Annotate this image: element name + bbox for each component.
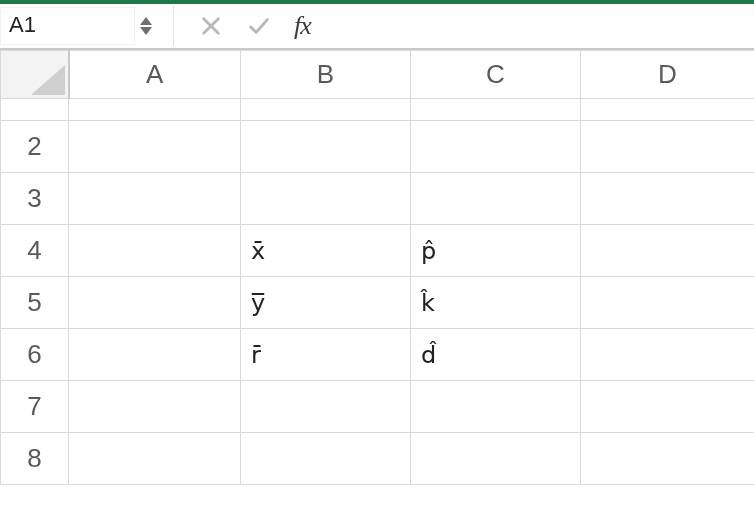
row-2: 2 (1, 121, 755, 173)
select-all-triangle-icon (31, 65, 65, 95)
cell-C7[interactable] (411, 381, 581, 433)
column-header-C[interactable]: C (411, 51, 581, 99)
name-box-step-down-icon[interactable] (140, 27, 152, 35)
cancel-icon[interactable] (198, 13, 224, 39)
row-8: 8 (1, 433, 755, 485)
cell-D5[interactable] (581, 277, 755, 329)
cell-B6[interactable]: r̄ (241, 329, 411, 381)
row-header-6[interactable]: 6 (1, 329, 69, 381)
cell-D1[interactable] (581, 99, 755, 121)
cell-C2[interactable] (411, 121, 581, 173)
column-header-B[interactable]: B (241, 51, 411, 99)
cell-D8[interactable] (581, 433, 755, 485)
cell-B2[interactable] (241, 121, 411, 173)
row-header-2[interactable]: 2 (1, 121, 69, 173)
row-header-8[interactable]: 8 (1, 433, 69, 485)
cell-A1[interactable] (69, 99, 241, 121)
cell-C8[interactable] (411, 433, 581, 485)
cell-A3[interactable] (69, 173, 241, 225)
spreadsheet-grid: A B C D 2 3 (0, 50, 754, 485)
cell-A7[interactable] (69, 381, 241, 433)
cell-B8[interactable] (241, 433, 411, 485)
accept-icon[interactable] (246, 13, 272, 39)
name-box-stepper (135, 17, 157, 35)
cell-C3[interactable] (411, 173, 581, 225)
formula-bar-buttons: fx (174, 11, 335, 41)
row-header-1[interactable] (1, 99, 69, 121)
formula-input[interactable] (341, 9, 754, 43)
cell-A2[interactable] (69, 121, 241, 173)
name-box-step-up-icon[interactable] (140, 17, 152, 25)
row-header-4[interactable]: 4 (1, 225, 69, 277)
cell-C1[interactable] (411, 99, 581, 121)
cell-C6[interactable]: d̂ (411, 329, 581, 381)
row-header-3[interactable]: 3 (1, 173, 69, 225)
name-box-wrap: A1 (0, 6, 174, 46)
column-header-A[interactable]: A (69, 51, 241, 99)
cell-D4[interactable] (581, 225, 755, 277)
cell-C5[interactable]: k̂ (411, 277, 581, 329)
fx-icon[interactable]: fx (294, 11, 311, 41)
cell-A6[interactable] (69, 329, 241, 381)
cell-B5[interactable]: y̅ (241, 277, 411, 329)
cell-D3[interactable] (581, 173, 755, 225)
row-5: 5 y̅ k̂ (1, 277, 755, 329)
row-6: 6 r̄ d̂ (1, 329, 755, 381)
row-header-5[interactable]: 5 (1, 277, 69, 329)
cell-D2[interactable] (581, 121, 755, 173)
formula-bar: A1 fx (0, 4, 754, 50)
cell-B4[interactable]: x̄ (241, 225, 411, 277)
cell-B7[interactable] (241, 381, 411, 433)
row-1 (1, 99, 755, 121)
cell-A5[interactable] (69, 277, 241, 329)
cell-A8[interactable] (69, 433, 241, 485)
row-3: 3 (1, 173, 755, 225)
row-4: 4 x̄ p̂ (1, 225, 755, 277)
cell-D7[interactable] (581, 381, 755, 433)
cell-A4[interactable] (69, 225, 241, 277)
cell-C4[interactable]: p̂ (411, 225, 581, 277)
row-7: 7 (1, 381, 755, 433)
name-box[interactable]: A1 (0, 7, 135, 45)
column-header-D[interactable]: D (581, 51, 755, 99)
cell-D6[interactable] (581, 329, 755, 381)
row-header-7[interactable]: 7 (1, 381, 69, 433)
cell-B3[interactable] (241, 173, 411, 225)
cell-B1[interactable] (241, 99, 411, 121)
select-all-corner[interactable] (1, 51, 69, 99)
column-header-row: A B C D (1, 51, 755, 99)
